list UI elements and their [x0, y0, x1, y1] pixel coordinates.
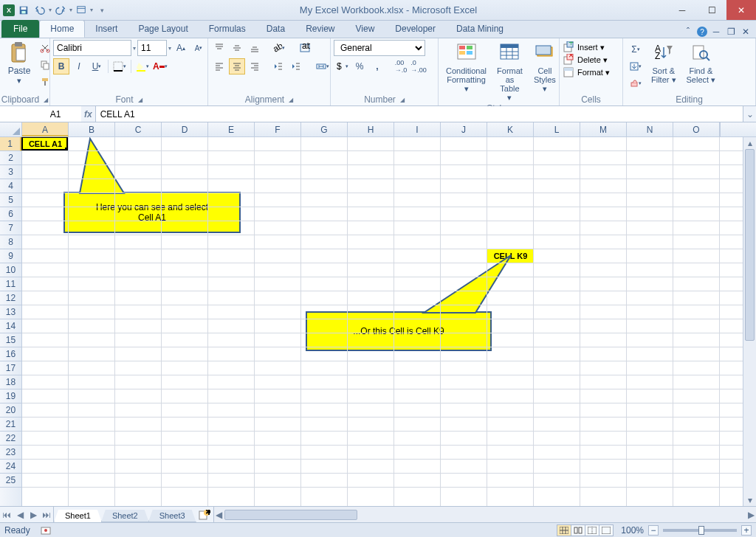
col-header-M[interactable]: M	[580, 122, 627, 136]
sheet-nav-next-icon[interactable]: ▶	[27, 507, 40, 522]
clear-button[interactable]: ▾	[626, 75, 645, 91]
help-icon[interactable]: ?	[697, 27, 707, 37]
formula-input[interactable]	[96, 106, 743, 122]
row-header-17[interactable]: 17	[0, 361, 21, 375]
font-dialog-icon[interactable]: ◢	[138, 97, 142, 103]
maximize-button[interactable]: ☐	[697, 0, 726, 20]
col-header-D[interactable]: D	[162, 122, 208, 136]
row-header-21[interactable]: 21	[0, 418, 21, 432]
hscroll-left-icon[interactable]: ◀	[214, 510, 224, 520]
autosum-button[interactable]: Σ ▾	[626, 41, 645, 58]
cell-styles-button[interactable]: Cell Styles ▾	[529, 40, 561, 94]
paste-button[interactable]: Paste▾	[3, 40, 35, 86]
align-middle-button[interactable]	[229, 40, 245, 56]
row-header-18[interactable]: 18	[0, 375, 21, 389]
row-header-2[interactable]: 2	[0, 151, 21, 165]
tab-insert[interactable]: Insert	[85, 20, 128, 38]
zoom-in-button[interactable]: +	[741, 525, 752, 536]
row-header-14[interactable]: 14	[0, 319, 21, 333]
undo-button[interactable]	[32, 3, 47, 18]
col-header-J[interactable]: J	[441, 122, 487, 136]
redo-button[interactable]	[53, 3, 68, 18]
normal-view-button[interactable]	[557, 524, 571, 536]
row-header-13[interactable]: 13	[0, 305, 21, 319]
doc-minimize-icon[interactable]: ─	[710, 26, 722, 38]
sheet-tab-sheet3[interactable]: Sheet3	[148, 510, 196, 522]
delete-cells-button[interactable]: ×Delete ▾	[563, 54, 608, 66]
percent-button[interactable]: %	[351, 58, 368, 75]
zoom-level[interactable]: 100%	[621, 525, 644, 536]
sheet-tab-sheet1[interactable]: Sheet1	[54, 510, 102, 522]
sheet-nav-first-icon[interactable]: ⏮	[0, 507, 13, 522]
align-left-button[interactable]	[211, 58, 227, 75]
row-header-20[interactable]: 20	[0, 403, 21, 418]
row-header-11[interactable]: 11	[0, 277, 21, 291]
tab-data-mining[interactable]: Data Mining	[446, 20, 514, 38]
row-header-22[interactable]: 22	[0, 432, 21, 446]
scroll-up-icon[interactable]: ▴	[743, 137, 756, 149]
format-cells-button[interactable]: Format ▾	[563, 66, 610, 78]
number-format-select[interactable]: General	[334, 40, 425, 56]
zoom-slider-knob[interactable]	[698, 526, 704, 535]
select-all-corner[interactable]	[0, 122, 22, 136]
callout-a1[interactable]: Here you can see and select Cell A1	[63, 192, 241, 233]
format-as-table-button[interactable]: Format as Table ▾	[492, 40, 527, 103]
number-dialog-icon[interactable]: ◢	[400, 97, 405, 103]
hscroll-right-icon[interactable]: ▶	[746, 510, 756, 520]
save-button[interactable]	[16, 3, 31, 18]
align-right-button[interactable]	[247, 58, 263, 75]
accounting-format-button[interactable]: $▾	[334, 58, 350, 75]
row-header-4[interactable]: 4	[0, 179, 21, 193]
conditional-formatting-button[interactable]: Conditional Formatting ▾	[441, 40, 491, 94]
col-header-L[interactable]: L	[534, 122, 580, 136]
doc-restore-icon[interactable]: ❐	[725, 26, 737, 38]
bold-button[interactable]: B	[53, 58, 69, 75]
fill-button[interactable]: ▾	[626, 58, 645, 75]
scroll-down-icon[interactable]: ▾	[743, 494, 756, 506]
orientation-button[interactable]: ab▾	[270, 40, 286, 56]
border-button[interactable]: ▾	[111, 58, 128, 75]
row-header-16[interactable]: 16	[0, 347, 21, 361]
row-header-12[interactable]: 12	[0, 291, 21, 305]
close-button[interactable]: ✕	[726, 0, 756, 20]
tab-review[interactable]: Review	[295, 20, 345, 38]
tab-developer[interactable]: Developer	[385, 20, 446, 38]
row-header-10[interactable]: 10	[0, 263, 21, 277]
cell-a1[interactable]: CELL A1	[22, 137, 69, 151]
tab-formulas[interactable]: Formulas	[199, 20, 256, 38]
sheet-nav-prev-icon[interactable]: ◀	[13, 507, 27, 522]
decrease-indent-button[interactable]	[270, 58, 286, 75]
fx-button[interactable]: fx	[84, 109, 92, 119]
col-header-H[interactable]: H	[348, 122, 394, 136]
alignment-dialog-icon[interactable]: ◢	[289, 97, 293, 103]
doc-close-icon[interactable]: ✕	[740, 26, 752, 38]
page-layout-view-button[interactable]	[571, 524, 585, 536]
row-header-7[interactable]: 7	[0, 221, 21, 235]
col-header-O[interactable]: O	[673, 122, 720, 136]
zoom-slider[interactable]	[663, 529, 737, 532]
col-header-K[interactable]: K	[487, 122, 534, 136]
comma-button[interactable]: ,	[369, 58, 385, 75]
decrease-decimal-button[interactable]: .0→.00	[410, 58, 427, 75]
col-header-C[interactable]: C	[115, 122, 162, 136]
sheet-tab-sheet2[interactable]: Sheet2	[101, 510, 149, 522]
name-box[interactable]: ▾	[0, 106, 81, 122]
qat-customize[interactable]: ▾	[94, 3, 109, 18]
col-header-I[interactable]: I	[394, 122, 441, 136]
row-header-25[interactable]: 25	[0, 474, 21, 488]
macro-record-icon[interactable]	[41, 525, 51, 536]
align-top-button[interactable]	[211, 40, 227, 56]
row-header-15[interactable]: 15	[0, 333, 21, 347]
zoom-out-button[interactable]: −	[648, 525, 659, 536]
tab-home[interactable]: Home	[39, 20, 85, 38]
row-header-8[interactable]: 8	[0, 235, 21, 249]
underline-button[interactable]: U ▾	[89, 58, 105, 75]
wrap-text-button[interactable]: ab	[292, 40, 317, 56]
horizontal-scrollbar[interactable]: ◀ ▶	[213, 507, 756, 522]
row-header-23[interactable]: 23	[0, 446, 21, 460]
sort-filter-button[interactable]: AZ Sort & Filter ▾	[647, 40, 681, 86]
expand-formula-bar-icon[interactable]: ⌄	[743, 106, 756, 122]
font-size-select[interactable]	[137, 40, 167, 56]
col-header-A[interactable]: A	[22, 122, 69, 136]
minimize-button[interactable]: ─	[667, 0, 697, 20]
